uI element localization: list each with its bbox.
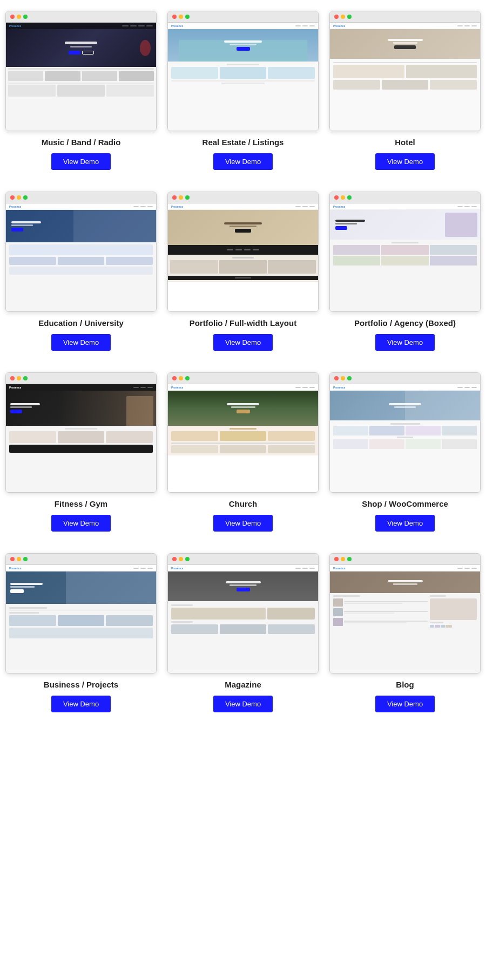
projects-grid [9, 615, 153, 626]
nav-link [130, 25, 137, 26]
browser-frame-portfolio-agency: Presence [329, 192, 481, 312]
title-bar [224, 222, 262, 224]
view-demo-button-portfolio-agency[interactable]: View Demo [375, 334, 435, 351]
band-item [227, 249, 233, 250]
footer-band [9, 267, 153, 275]
view-demo-button-magazine[interactable]: View Demo [213, 696, 273, 712]
portfolio-item [219, 260, 267, 274]
tag [430, 625, 434, 628]
browser-frame-portfolio-full: Presence [167, 192, 319, 312]
demo-item-music: Presence [5, 11, 157, 170]
demo-item-magazine: Presence [167, 553, 319, 712]
products [333, 426, 477, 435]
dot-yellow [179, 195, 183, 200]
browser-bar-hotel [330, 11, 480, 23]
listings [171, 67, 315, 79]
demo-item-business: Presence [5, 553, 157, 712]
block [268, 431, 315, 441]
dot-yellow [179, 557, 183, 561]
main-article [171, 608, 266, 620]
link [471, 206, 477, 207]
link [464, 387, 470, 388]
link [471, 25, 477, 26]
hero-text [224, 40, 262, 51]
hero-blog [330, 571, 480, 593]
product [369, 426, 404, 435]
grid-items [168, 260, 318, 274]
view-demo-button-church[interactable]: View Demo [213, 515, 273, 532]
post-row [333, 618, 428, 626]
title-bar [11, 221, 41, 223]
divider [171, 443, 315, 444]
tag-cloud [430, 625, 477, 628]
link [140, 387, 146, 388]
item-title-blog: Blog [396, 680, 414, 689]
portfolio-item [170, 260, 218, 274]
view-demo-button-realestate[interactable]: View Demo [213, 153, 273, 170]
cta-btn [237, 588, 250, 591]
nav-link [122, 25, 129, 26]
nav: Presence [168, 565, 318, 571]
tag [435, 625, 440, 628]
project [58, 615, 105, 626]
tshirts [333, 439, 477, 449]
hero-sub [70, 46, 92, 47]
blog-layout [333, 595, 477, 628]
title-bar [388, 580, 423, 582]
demo-grid: Presence [5, 11, 481, 712]
title-bar [335, 220, 365, 222]
post-thumb [333, 598, 343, 607]
view-demo-button-fitness[interactable]: View Demo [51, 515, 111, 532]
sub-bar [393, 42, 417, 44]
hero-text [10, 583, 43, 593]
post-excerpt [344, 603, 402, 604]
link [295, 206, 301, 207]
cta-btn [10, 589, 24, 593]
logo: Presence [171, 567, 183, 570]
post-thumb [333, 608, 343, 616]
hero-text [224, 222, 262, 233]
hero-education [6, 210, 156, 242]
demo-item-fitness: Presence [5, 372, 157, 532]
link [309, 25, 315, 26]
view-demo-button-portfolio-full[interactable]: View Demo [213, 334, 273, 351]
link [295, 568, 301, 569]
logo: Presence [9, 205, 21, 208]
thumb-education: Presence [6, 203, 156, 311]
view-demo-button-business[interactable]: View Demo [51, 696, 111, 712]
thumb-nav: Presence [168, 23, 318, 29]
band-item [235, 249, 242, 250]
link [309, 387, 315, 388]
thumb-inner-realestate: Presence [168, 23, 318, 131]
feat-img [119, 71, 154, 81]
view-demo-button-hotel[interactable]: View Demo [375, 153, 435, 170]
work-item [430, 245, 477, 255]
post-row [333, 598, 428, 607]
link [457, 387, 463, 388]
item-title-music: Music / Band / Radio [42, 138, 121, 147]
sidebar-column [430, 595, 477, 628]
browser-frame-realestate: Presence [167, 11, 319, 131]
agency-content [330, 240, 480, 269]
view-demo-button-blog[interactable]: View Demo [375, 696, 435, 712]
section-title [227, 64, 259, 65]
link [147, 568, 153, 569]
work-grid [333, 245, 477, 266]
products-row [8, 85, 154, 97]
browser-bar-shop [330, 373, 480, 384]
listing [268, 67, 315, 79]
church-content [168, 426, 318, 455]
view-demo-button-shop[interactable]: View Demo [375, 515, 435, 532]
nav-links [457, 387, 477, 388]
view-demo-button-education[interactable]: View Demo [51, 334, 111, 351]
view-demo-button-music[interactable]: View Demo [51, 153, 111, 170]
nav-links [133, 206, 153, 207]
fitness-content [6, 426, 156, 455]
dot-green [185, 15, 190, 19]
demo-item-portfolio-full: Presence [167, 192, 319, 351]
room [333, 65, 404, 78]
cta-btn [335, 226, 347, 230]
item-title-business: Business / Projects [44, 680, 118, 689]
nav-links [133, 568, 153, 569]
logo: Presence [333, 567, 345, 570]
